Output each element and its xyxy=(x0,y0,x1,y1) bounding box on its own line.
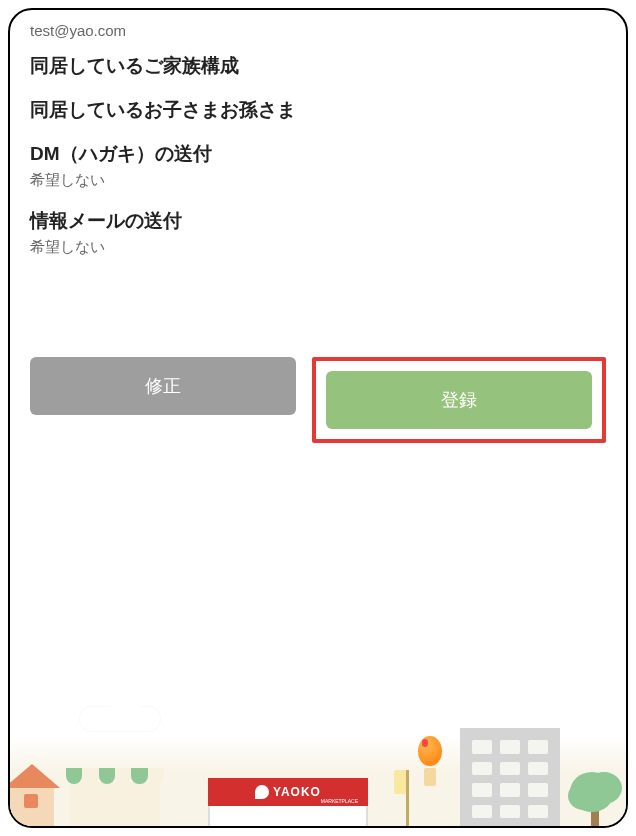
section-dm: DM（ハガキ）の送付 希望しない xyxy=(30,141,606,190)
cloud-icon xyxy=(80,707,160,731)
yaoko-sign: YAOKO MARKETPLACE xyxy=(208,778,368,806)
app-frame: test@yao.com 同居しているご家族構成 同居しているお子さまお孫さま … xyxy=(8,8,628,828)
button-row: 修正 登録 xyxy=(10,357,626,443)
yaoko-tagline: MARKETPLACE xyxy=(321,798,358,804)
mail-title: 情報メールの送付 xyxy=(30,208,606,234)
awning-icon xyxy=(66,768,164,784)
flag-pole-icon xyxy=(406,770,409,826)
balloon-icon xyxy=(418,736,442,766)
yaoko-brand-text: YAOKO xyxy=(273,785,321,799)
dm-value: 希望しない xyxy=(30,171,606,190)
office-windows-icon xyxy=(472,740,548,818)
office-building-icon xyxy=(460,728,560,826)
tree-icon xyxy=(570,776,620,826)
section-family: 同居しているご家族構成 xyxy=(30,53,606,79)
mail-value: 希望しない xyxy=(30,238,606,257)
footer-illustration: YAOKO MARKETPLACE xyxy=(10,698,626,826)
register-button[interactable]: 登録 xyxy=(326,371,592,429)
flag-icon xyxy=(394,770,406,794)
yaoko-logo-icon xyxy=(255,785,269,799)
section-mail: 情報メールの送付 希望しない xyxy=(30,208,606,257)
section-children: 同居しているお子さまお孫さま xyxy=(30,97,606,123)
content-area: test@yao.com 同居しているご家族構成 同居しているお子さまお孫さま … xyxy=(10,10,626,257)
edit-button[interactable]: 修正 xyxy=(30,357,296,415)
house-icon xyxy=(10,786,54,826)
family-title: 同居しているご家族構成 xyxy=(30,53,606,79)
shop-icon xyxy=(70,782,160,826)
children-title: 同居しているお子さまお孫さま xyxy=(30,97,606,123)
yaoko-store-icon: YAOKO MARKETPLACE xyxy=(208,778,368,826)
dm-title: DM（ハガキ）の送付 xyxy=(30,141,606,167)
email-value: test@yao.com xyxy=(30,22,606,39)
register-highlight: 登録 xyxy=(312,357,606,443)
